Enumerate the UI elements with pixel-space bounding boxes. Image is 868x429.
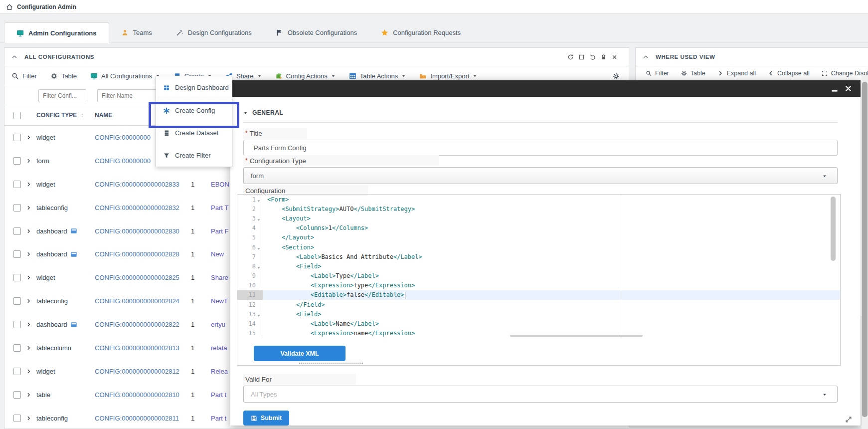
row-checkbox[interactable] [13,321,21,328]
fold-caret-icon[interactable] [257,264,261,268]
page-scrollbar[interactable] [862,75,868,429]
valid-for-select[interactable]: All Types [243,386,838,403]
fold-caret-icon[interactable] [257,198,261,202]
toolbar-item-table-actions[interactable]: Table Actions [349,72,406,80]
code-line-9[interactable]: 9 <Label>Type</Label> [237,271,840,281]
fold-caret-icon[interactable] [257,216,261,220]
code-line-7[interactable]: 7 <Label>Basics And Attribute</Label> [237,252,840,261]
row-checkbox[interactable] [13,368,21,375]
row-expand[interactable] [20,205,36,211]
row-checkbox[interactable] [13,181,21,188]
menu-item-design-dashboard[interactable]: Design Dashboard [156,76,232,99]
toolbar-item-collapse-all[interactable]: Collapse all [768,70,810,77]
close-icon[interactable] [844,84,853,93]
code-line-2[interactable]: 2 <SubmitStrategy>AUTO</SubmitStrategy> [237,204,840,214]
row-checkbox[interactable] [13,134,21,141]
toolbar-item-table[interactable]: Table [50,72,77,80]
row-expand[interactable] [20,369,36,374]
row-expand[interactable] [20,392,36,398]
toolbar-item-filter[interactable]: Filter [11,72,37,80]
toolbar-item-filter[interactable]: Filter [646,70,669,77]
collapse-panel-icon[interactable] [11,54,17,60]
code-line-8[interactable]: 8 <Field> [237,261,840,271]
config-link[interactable]: CONFIG:0000000000002830 [95,227,191,235]
config-link[interactable]: CONFIG:0000000000002812 [95,368,191,375]
config-link[interactable]: CONFIG:0000000000002825 [95,274,191,281]
row-expand[interactable] [20,158,36,164]
toolbar-item-all-configurations[interactable]: All Configurations [90,72,160,80]
minimize-icon[interactable] [831,85,839,93]
home-icon[interactable] [6,3,13,10]
code-line-3[interactable]: 3 <Layout> [237,214,840,223]
config-link[interactable]: CONFIG:0000000000002811 [95,415,191,422]
code-line-14[interactable]: 14 <Label>Name</Label> [237,319,840,328]
toolbar-item-table[interactable]: Table [681,70,705,77]
collapse-panel-icon[interactable] [643,54,649,60]
tab-admin-configurations[interactable]: Admin Configurations [4,22,109,43]
config-link[interactable]: CONFIG:0000000000002833 [95,181,191,188]
row-expand[interactable] [20,182,36,187]
xml-code-editor[interactable]: 1<Form>2 <SubmitStrategy>AUTO</SubmitStr… [237,195,840,339]
code-line-13[interactable]: 13 <Field> [237,309,840,319]
dialog-titlebar[interactable] [230,80,861,97]
tab-configuration-requests[interactable]: Configuration Requests [369,23,473,42]
code-line-12[interactable]: 12 </Field> [237,300,840,309]
config-link[interactable]: CONFIG:0000000000002832 [95,204,191,212]
editor-horizontal-scrollbar[interactable] [510,335,643,337]
toolbar-item-import-export[interactable]: Import/Export [419,72,477,80]
code-line-1[interactable]: 1<Form> [237,195,840,204]
config-link[interactable]: CONFIG:0000000000002810 [95,391,191,399]
general-section-header[interactable]: GENERAL [243,109,283,116]
lock-icon[interactable] [600,54,607,60]
row-expand[interactable] [20,322,36,327]
toolbar-item-change-display-l[interactable]: Change Display l [822,70,868,77]
fold-caret-icon[interactable] [257,245,261,249]
config-link[interactable]: CONFIG:0000000000002828 [95,250,191,258]
row-checkbox[interactable] [13,250,21,258]
editor-vertical-scrollbar[interactable] [831,196,836,338]
resize-handle-icon[interactable] [845,416,853,424]
config-link[interactable]: CONFIG:0000000000002824 [95,297,191,305]
tab-teams[interactable]: Teams [109,23,164,42]
refresh-icon[interactable] [567,54,574,60]
configuration-type-select[interactable]: form [243,167,838,184]
restore-icon[interactable] [578,54,585,60]
close-icon[interactable] [611,54,618,60]
row-checkbox[interactable] [13,415,21,422]
code-line-10[interactable]: 10 <Expression>type</Expression> [237,281,840,290]
validate-xml-button[interactable]: Validate XML [254,346,346,361]
row-expand[interactable] [20,228,36,234]
scrollbar-thumb[interactable] [862,82,868,417]
fold-caret-icon[interactable] [257,312,261,316]
select-all-checkbox[interactable] [13,112,21,119]
row-checkbox[interactable] [13,344,21,352]
code-line-4[interactable]: 4 <Columns>1</Columns> [237,223,840,233]
row-checkbox[interactable] [13,297,21,305]
menu-item-create-filter[interactable]: Create Filter [156,144,232,167]
scrollbar-thumb[interactable] [831,197,836,261]
code-line-11[interactable]: 11 <Editable>false</Editable> [237,290,840,300]
title-input[interactable]: Parts Form Config [243,140,838,156]
toolbar-item-config-actions[interactable]: Config Actions [275,72,336,80]
row-checkbox[interactable] [13,157,21,165]
tab-obsolete-configurations[interactable]: Obsolete Configurations [264,23,369,42]
config-link[interactable]: CONFIG:0000000000002813 [95,344,191,352]
filter-name-input[interactable] [97,89,156,102]
row-expand[interactable] [20,416,36,421]
code-line-6[interactable]: 6 <Section> [237,242,840,252]
column-config-type[interactable]: CONFIG TYPE [36,112,95,119]
tab-design-configurations[interactable]: Design Configurations [164,23,264,42]
row-expand[interactable] [20,298,36,304]
row-checkbox[interactable] [13,227,21,235]
config-link[interactable]: CONFIG:0000000000002822 [95,321,191,328]
filter-config-type-input[interactable] [38,89,86,102]
code-line-5[interactable]: 5 </Layout> [237,233,840,242]
sort-icon[interactable] [80,112,85,118]
undo-icon[interactable] [589,54,596,60]
row-expand[interactable] [20,345,36,351]
row-checkbox[interactable] [13,391,21,399]
row-expand[interactable] [20,135,36,140]
submit-button[interactable]: Submit [243,411,289,426]
row-checkbox[interactable] [13,274,21,281]
toolbar-item-expand-all[interactable]: Expand all [717,70,756,77]
